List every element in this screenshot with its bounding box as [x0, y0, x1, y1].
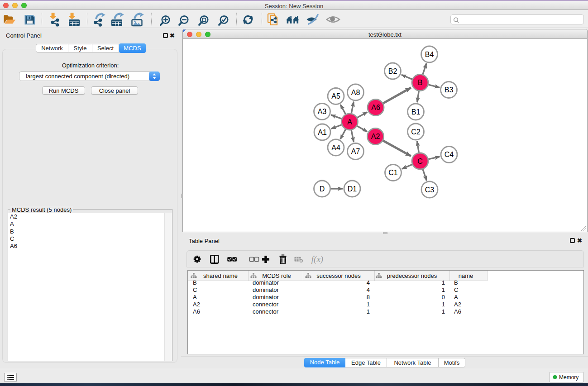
svg-text:A8: A8: [351, 89, 360, 96]
svg-text:f(x): f(x): [311, 254, 323, 264]
svg-text:D: D: [320, 185, 325, 193]
svg-text:C4: C4: [445, 151, 454, 158]
svg-text:A6: A6: [371, 104, 380, 111]
svg-text:C3: C3: [425, 186, 435, 194]
svg-text:A7: A7: [351, 148, 360, 155]
svg-text:D1: D1: [348, 185, 357, 193]
svg-text:A2: A2: [371, 133, 380, 140]
svg-text:A5: A5: [331, 92, 340, 100]
svg-text:C2: C2: [411, 128, 421, 136]
svg-text:Memory: Memory: [559, 374, 578, 381]
svg-text:A1: A1: [318, 129, 327, 136]
svg-text:C: C: [417, 157, 423, 165]
svg-text:B1: B1: [411, 108, 421, 116]
svg-text:B3: B3: [445, 86, 454, 94]
svg-text:C1: C1: [388, 169, 398, 176]
svg-text:B2: B2: [388, 67, 397, 75]
svg-text:B: B: [418, 79, 423, 86]
svg-text:A4: A4: [331, 144, 340, 152]
svg-text:B4: B4: [425, 51, 434, 58]
svg-text:A: A: [347, 118, 352, 126]
svg-text:A3: A3: [318, 108, 327, 115]
